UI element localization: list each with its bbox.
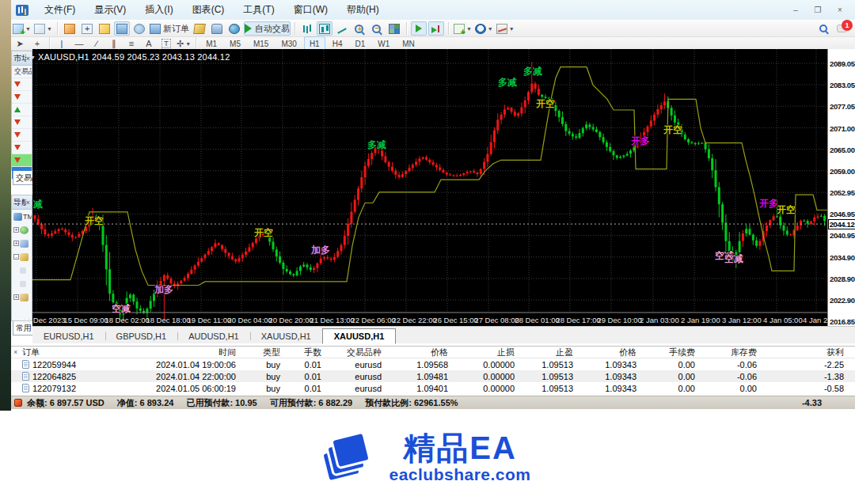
column-header: 手续费 — [640, 347, 698, 358]
templates-button[interactable]: ▼ — [496, 21, 515, 36]
footer: 精品EA eaclubshare.com — [0, 411, 855, 504]
navigator-item-experts[interactable]: - — [12, 250, 32, 263]
scripts-icon — [20, 294, 28, 301]
app-icon — [16, 5, 28, 16]
close-order-icon[interactable]: ✕ — [847, 373, 855, 381]
child-icon — [20, 267, 26, 274]
order-cell: 0.00000 — [451, 360, 518, 369]
navigator-root-item[interactable]: TMC — [12, 210, 32, 223]
navigator-icon — [99, 24, 110, 34]
close-order-icon[interactable]: ✕ — [847, 361, 855, 369]
price-axis-label: 2016.85 — [830, 317, 855, 326]
tile-windows-button[interactable] — [386, 21, 402, 36]
line-chart-mode-button[interactable] — [334, 21, 350, 36]
candle-chart-mode-button[interactable] — [317, 21, 332, 36]
menu-item-2[interactable]: 显示(V) — [85, 0, 135, 20]
market-watch-row[interactable] — [12, 104, 32, 116]
navigator-tree: ++-+ — [12, 223, 32, 304]
chart-tab-4[interactable]: XAUUSD,H1 — [250, 329, 322, 343]
auto-scroll-button[interactable] — [411, 21, 427, 36]
menu-item-6[interactable]: 窗口(W) — [284, 0, 337, 20]
market-watch-row[interactable] — [12, 154, 32, 167]
tree-toggle-icon[interactable]: + — [13, 241, 19, 246]
tree-toggle-icon[interactable]: + — [13, 294, 19, 300]
time-axis-label: 15 Dec 09:00 — [63, 316, 108, 324]
tree-toggle-icon[interactable]: - — [13, 254, 19, 260]
navigator-item-scripts[interactable]: + — [12, 290, 32, 304]
chart-menu-caret[interactable]: ▼ — [30, 55, 36, 60]
order-cell: 0.00000 — [451, 384, 518, 393]
search-button[interactable] — [815, 21, 831, 36]
menu-item-5[interactable]: 工具(T) — [234, 0, 283, 20]
column-header: 库存费 — [698, 347, 760, 358]
chart-area[interactable]: 14 Dec 202315 Dec 09:0018 Dec 02:0018 De… — [32, 49, 827, 326]
menu-item-4[interactable]: 图表(C) — [183, 0, 234, 20]
profiles-button[interactable]: ▼ — [33, 21, 53, 36]
market-button[interactable] — [226, 21, 242, 36]
navigator-item-child[interactable] — [12, 277, 32, 290]
price-axis[interactable]: 2089.052083.052077.052071.002065.002059.… — [827, 49, 855, 326]
indicators-button[interactable]: ▼ — [453, 21, 473, 36]
notifications-button[interactable]: 1 — [837, 25, 847, 32]
zoom-out-button[interactable] — [369, 21, 385, 36]
data-window-toggle[interactable] — [79, 21, 95, 36]
market-watch-toggle[interactable] — [62, 21, 78, 36]
terminal-toggle[interactable] — [114, 21, 130, 36]
person-icon — [211, 24, 222, 34]
order-row[interactable]: 1220599442024.01.04 19:00:06buy0.01eurus… — [11, 358, 855, 370]
community-button[interactable] — [209, 21, 225, 36]
metaeditor-button[interactable] — [192, 21, 207, 36]
autotrading-button[interactable]: 自动交易 — [244, 21, 291, 36]
periods-button[interactable]: ▼ — [474, 21, 494, 36]
cursor-tool-button[interactable]: ➤ — [12, 36, 28, 51]
indicators-icon — [454, 24, 465, 34]
order-row[interactable]: 1220648252024.01.04 22:00:00buy0.01eurus… — [11, 370, 855, 382]
price-axis-label: 2083.05 — [830, 81, 855, 89]
market-watch-row[interactable] — [12, 78, 32, 91]
close-order-icon[interactable]: ✕ — [847, 385, 855, 392]
market-watch-row[interactable] — [12, 129, 32, 142]
tree-toggle-icon[interactable]: + — [13, 227, 19, 233]
terminal-close-icon[interactable]: × — [13, 348, 17, 356]
terminal-header-row[interactable]: 订单时间类型手数交易品种价格止损止盈价格手续费库存费获利 — [11, 347, 855, 358]
chart-tab-1[interactable]: EURUSD,H1 — [32, 329, 105, 343]
order-doc-icon — [22, 372, 29, 381]
menu-item-3[interactable]: 插入(I) — [135, 0, 182, 20]
bar-chart-mode-button[interactable] — [299, 21, 315, 36]
strategy-tester-toggle[interactable] — [131, 21, 147, 36]
market-watch-row[interactable] — [12, 116, 32, 129]
chart-tab-3[interactable]: AUDUSD,H1 — [177, 329, 250, 343]
account-summary-item: 预付款比例: 62961.55% — [365, 397, 458, 409]
menu-item-1[interactable]: 文件(F) — [35, 0, 85, 20]
new-order-button[interactable]: 新订单 — [149, 21, 190, 36]
market-watch-row[interactable] — [12, 91, 32, 104]
order-cell: 0.00 — [698, 384, 760, 393]
chart-tab-2[interactable]: GBPUSD,H1 — [105, 329, 178, 343]
navigator-item-accounts[interactable]: + — [12, 223, 32, 237]
close-button[interactable]: × — [834, 6, 846, 14]
price-axis-label: 2059.00 — [830, 167, 855, 176]
price-axis-label: 2034.90 — [830, 253, 855, 262]
menu-item-7[interactable]: 帮助(H) — [337, 0, 389, 20]
market-watch-symbols-tab[interactable]: 交易品种 — [13, 171, 33, 185]
market-watch-col-header[interactable]: 交易品种 — [12, 66, 32, 78]
order-row[interactable]: 1220791322024.01.05 06:00:19buy0.01eurus… — [11, 382, 855, 394]
tick-down-icon — [14, 157, 21, 163]
market-watch-row[interactable] — [12, 142, 32, 154]
time-axis-label: 14 Dec 2023 — [23, 316, 66, 324]
navigator-item-child[interactable] — [12, 263, 32, 277]
navigator-close-icon[interactable]: × — [26, 199, 30, 207]
order-cell: 2024.01.05 06:00:19 — [141, 384, 239, 393]
navigator-item-indicators[interactable]: + — [12, 237, 32, 250]
desktop-wallpaper-strip — [0, 0, 11, 411]
time-axis-label: 27 Dec 08:00 — [474, 316, 519, 324]
zoom-in-button[interactable] — [352, 21, 367, 36]
new-chart-button[interactable]: ▼ — [12, 21, 32, 36]
minimize-button[interactable]: – — [790, 6, 801, 14]
restore-button[interactable]: ❐ — [812, 6, 823, 14]
navigator-toggle[interactable] — [97, 21, 112, 36]
time-axis-label: 22 Dec 22:00 — [392, 316, 437, 324]
chart-shift-button[interactable] — [428, 21, 444, 36]
zoom-out-icon — [372, 25, 381, 33]
chart-tab-5[interactable]: XAUUSD,H1 — [322, 328, 397, 344]
